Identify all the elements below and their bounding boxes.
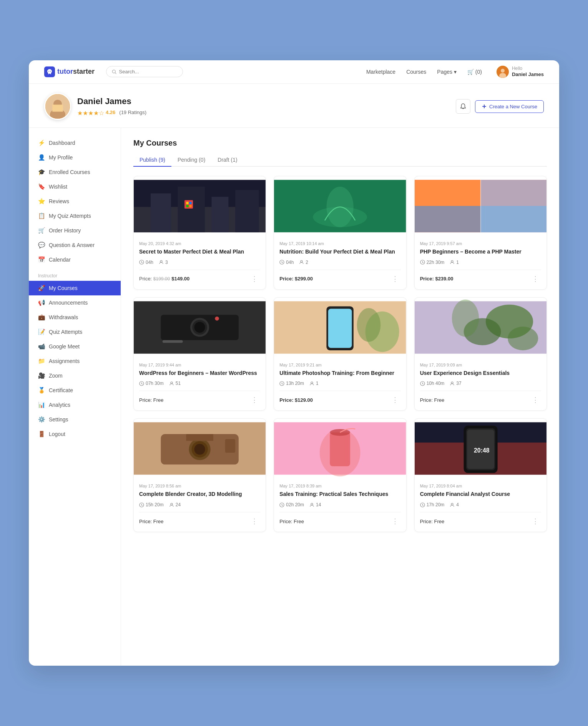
- clock-icon: [279, 381, 284, 386]
- google-meet-icon: 📹: [38, 343, 45, 350]
- sidebar-label-calendar: Calendar: [49, 257, 71, 263]
- tab-publish[interactable]: Publish (9): [133, 154, 171, 167]
- students-icon: [309, 502, 314, 507]
- svg-rect-10: [52, 105, 63, 112]
- course-thumb-9: 20:48: [415, 419, 546, 478]
- sidebar-item-analytics[interactable]: 📊 Analytics: [29, 398, 121, 412]
- svg-rect-38: [480, 180, 546, 232]
- sidebar-item-my-profile[interactable]: 👤 My Profile: [29, 150, 121, 165]
- sidebar-item-zoom[interactable]: 🎥 Zoom: [29, 368, 121, 383]
- search-input[interactable]: [119, 69, 178, 75]
- svg-line-53: [142, 384, 143, 384]
- dots-menu[interactable]: ⋮: [249, 516, 260, 526]
- course-date: May 17, 2019 9:44 am: [139, 363, 260, 367]
- dots-menu[interactable]: ⋮: [389, 395, 401, 405]
- sidebar-item-reviews[interactable]: ⭐ Reviews: [29, 194, 121, 209]
- svg-line-100: [422, 505, 423, 506]
- course-students: 14: [309, 502, 321, 507]
- dashboard-icon: ⚡: [38, 139, 45, 146]
- course-body-7: May 17, 2019 8:56 am Complete Blender Cr…: [134, 478, 266, 532]
- sidebar-item-calendar[interactable]: 📅 Calendar: [29, 252, 121, 267]
- bell-button[interactable]: [456, 99, 470, 114]
- svg-line-42: [422, 262, 423, 263]
- tab-pending[interactable]: Pending (0): [171, 154, 211, 167]
- dots-menu[interactable]: ⋮: [530, 395, 541, 405]
- zoom-icon: 🎥: [38, 372, 45, 379]
- course-students: 1: [309, 381, 319, 386]
- sidebar-item-dashboard[interactable]: ⚡ Dashboard: [29, 136, 121, 150]
- tab-draft[interactable]: Draft (1): [211, 154, 243, 167]
- course-meta: 02h 20m 14: [279, 502, 400, 507]
- course-hours: 15h 20m: [139, 502, 164, 507]
- sidebar-item-quiz-attempts[interactable]: 📝 Quiz Attempts: [29, 325, 121, 339]
- sidebar-item-enrolled-courses[interactable]: 🎓 Enrolled Courses: [29, 165, 121, 179]
- svg-point-48: [194, 322, 205, 333]
- price-free: Price: Free: [139, 397, 164, 403]
- svg-rect-18: [235, 190, 259, 232]
- sidebar-item-announcements[interactable]: 📢 Announcements: [29, 295, 121, 310]
- sidebar-item-assignments[interactable]: 📁 Assignments: [29, 354, 121, 368]
- question-answer-icon: 💬: [38, 242, 45, 249]
- course-students: 1: [450, 260, 459, 265]
- nav-marketplace[interactable]: Marketplace: [366, 69, 395, 75]
- course-name[interactable]: Nutrition: Build Your Perfect Diet & Mea…: [279, 248, 400, 256]
- sidebar-item-settings[interactable]: ⚙️ Settings: [29, 412, 121, 427]
- dots-menu[interactable]: ⋮: [530, 516, 541, 526]
- sidebar-item-withdrawals[interactable]: 💼 Withdrawals: [29, 310, 121, 325]
- course-meta: 15h 20m 24: [139, 502, 260, 507]
- svg-rect-50: [215, 317, 219, 321]
- clock-icon: [420, 502, 425, 507]
- dots-menu[interactable]: ⋮: [389, 516, 401, 526]
- dots-menu[interactable]: ⋮: [249, 274, 260, 284]
- sidebar-item-certificate[interactable]: 🏅 Certificate: [29, 383, 121, 398]
- svg-point-54: [171, 382, 173, 384]
- logout-icon: 🚪: [38, 431, 45, 438]
- course-hours: 04h: [279, 260, 294, 265]
- svg-point-34: [301, 260, 302, 262]
- main-content: My Courses Publish (9)Pending (0)Draft (…: [121, 128, 559, 666]
- profile-info: Daniel James ★★★★☆ 4.26 (19 Ratings): [77, 96, 146, 117]
- tabs-container: Publish (9)Pending (0)Draft (1): [133, 154, 547, 167]
- sidebar-label-assignments: Assignments: [49, 358, 80, 364]
- course-thumb-8: [274, 419, 406, 478]
- sidebar-item-question-answer[interactable]: 💬 Question & Answer: [29, 238, 121, 252]
- course-hours: 13h 20m: [279, 381, 304, 386]
- nav-pages[interactable]: Pages ▾: [437, 69, 457, 75]
- course-name[interactable]: PHP Beginners – Become a PHP Master: [420, 248, 541, 256]
- course-body-5: May 17, 2019 9:21 am Ultimate Photoshop …: [274, 357, 406, 411]
- course-name[interactable]: WordPress for Beginners – Master WordPre…: [139, 370, 260, 377]
- nav-courses[interactable]: Courses: [406, 69, 426, 75]
- ratings-text: (19 Ratings): [119, 109, 146, 115]
- sidebar-label-order-history: Order History: [49, 227, 81, 234]
- course-name[interactable]: Complete Financial Analyst Course: [420, 491, 541, 498]
- sidebar-item-my-courses[interactable]: 🚀 My Courses: [29, 281, 121, 295]
- dots-menu[interactable]: ⋮: [530, 274, 541, 284]
- course-name[interactable]: Ultimate Photoshop Training: From Beginn…: [279, 370, 400, 377]
- nav-links: Marketplace Courses Pages ▾ 🛒 (0) Hello …: [366, 66, 544, 78]
- dots-menu[interactable]: ⋮: [249, 395, 260, 405]
- order-history-icon: 🛒: [38, 227, 45, 234]
- course-date: May 17, 2019 9:21 am: [279, 363, 400, 367]
- sidebar-item-my-quiz-attempts[interactable]: 📋 My Quiz Attempts: [29, 209, 121, 223]
- stars: ★★★★☆: [77, 109, 104, 117]
- students-icon: [169, 381, 174, 386]
- course-name[interactable]: Secret to Master Perfect Diet & Meal Pla…: [139, 248, 260, 256]
- sidebar-item-wishlist[interactable]: 🔖 Wishlist: [29, 179, 121, 194]
- svg-rect-49: [163, 340, 183, 343]
- sidebar-label-reviews: Reviews: [49, 198, 69, 204]
- create-course-button[interactable]: Create a New Course: [475, 100, 544, 113]
- nav-cart[interactable]: 🛒 (0): [467, 69, 482, 75]
- dots-menu[interactable]: ⋮: [389, 274, 401, 284]
- course-hours: 02h 20m: [279, 502, 304, 507]
- sidebar-main-items: ⚡ Dashboard👤 My Profile🎓 Enrolled Course…: [29, 136, 121, 267]
- course-name[interactable]: Complete Blender Creator, 3D Modelling: [139, 491, 260, 498]
- search-box[interactable]: [106, 66, 183, 77]
- course-card-9: 20:48 May 17, 2019 8:04 am Complete Fina…: [414, 418, 547, 532]
- svg-line-90: [282, 505, 283, 506]
- sidebar-item-logout[interactable]: 🚪 Logout: [29, 427, 121, 441]
- sidebar-item-order-history[interactable]: 🛒 Order History: [29, 223, 121, 238]
- course-name[interactable]: Sales Training: Practical Sales Techniqu…: [279, 491, 400, 498]
- course-students: 51: [169, 381, 181, 386]
- sidebar-item-google-meet[interactable]: 📹 Google Meet: [29, 339, 121, 354]
- course-name[interactable]: User Experience Design Essentials: [420, 370, 541, 377]
